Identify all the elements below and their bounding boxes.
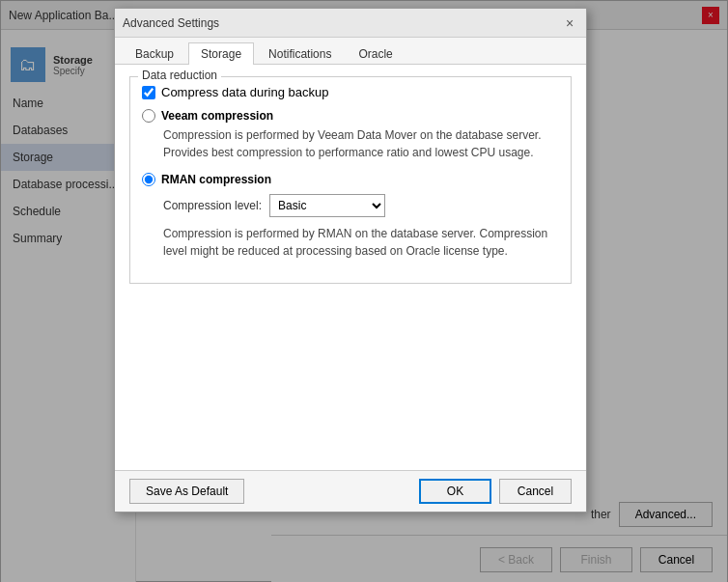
compression-level-row: Compression level: Basic Low Medium High (163, 194, 559, 217)
tab-oracle[interactable]: Oracle (346, 42, 405, 65)
rman-radio-label[interactable]: RMAN compression (161, 173, 271, 186)
dialog-footer: Save As Default OK Cancel (115, 470, 586, 512)
compression-level-select[interactable]: Basic Low Medium High (269, 194, 385, 217)
tab-backup[interactable]: Backup (123, 42, 186, 65)
veeam-radio-label[interactable]: Veeam compression (161, 109, 273, 123)
rman-description: Compression is performed by RMAN on the … (163, 225, 559, 260)
cancel-dialog-button[interactable]: Cancel (499, 479, 572, 504)
dialog-tabs: Backup Storage Notifications Oracle (115, 38, 586, 65)
compress-checkbox-row: Compress data during backup (142, 85, 559, 99)
tab-storage[interactable]: Storage (188, 42, 254, 65)
veeam-radio-header: Veeam compression (142, 109, 559, 123)
dialog-body: Data reduction Compress data during back… (115, 65, 586, 470)
ok-button[interactable]: OK (419, 479, 491, 504)
dialog-footer-right: OK Cancel (419, 479, 572, 504)
dialog-titlebar: Advanced Settings × (115, 9, 586, 38)
dialog-title: Advanced Settings (123, 16, 219, 30)
dialog-close-button[interactable]: × (561, 14, 578, 32)
section-label: Data reduction (138, 69, 221, 82)
veeam-compression-option: Veeam compression Compression is perform… (142, 109, 559, 161)
veeam-radio[interactable] (142, 109, 155, 123)
compress-checkbox[interactable] (142, 86, 155, 99)
rman-radio[interactable] (142, 173, 155, 186)
compression-level-label: Compression level: (163, 199, 262, 212)
rman-compression-option: RMAN compression Compression level: Basi… (142, 173, 559, 260)
compress-label[interactable]: Compress data during backup (161, 85, 328, 99)
advanced-settings-dialog: Advanced Settings × Backup Storage Notif… (114, 8, 587, 513)
tab-notifications[interactable]: Notifications (256, 42, 344, 65)
rman-radio-header: RMAN compression (142, 173, 559, 186)
save-as-default-button[interactable]: Save As Default (129, 479, 244, 504)
veeam-description: Compression is performed by Veeam Data M… (163, 126, 559, 161)
data-reduction-section: Data reduction Compress data during back… (129, 76, 572, 284)
